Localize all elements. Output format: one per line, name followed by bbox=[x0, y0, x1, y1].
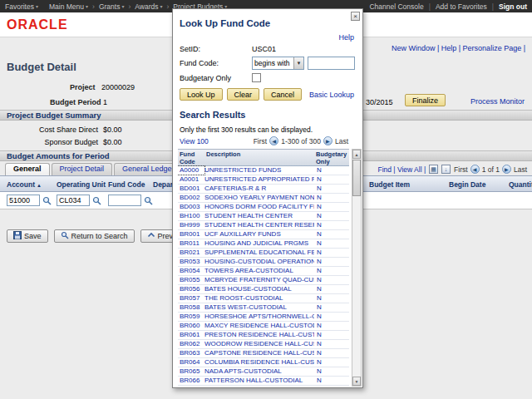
budgetary-only-link[interactable]: N bbox=[314, 358, 349, 367]
column-fund-code[interactable]: Fund Code bbox=[108, 180, 145, 189]
tab-project-detail[interactable]: Project Detail bbox=[52, 163, 113, 175]
fund-code-link[interactable]: BR058 bbox=[178, 303, 204, 312]
fund-code-link[interactable]: BR057 bbox=[178, 294, 204, 303]
fund-code-link[interactable]: BR059 bbox=[178, 313, 204, 321]
budgetary-only-link[interactable]: N bbox=[314, 239, 349, 248]
fund-code-link[interactable]: A0001 bbox=[178, 175, 204, 184]
description-link[interactable]: UNRESTRICTED FUNDS bbox=[204, 166, 314, 175]
fund-code-link[interactable]: BR064 bbox=[178, 358, 204, 367]
fund-code-link[interactable]: BR056 bbox=[178, 285, 204, 293]
operating-unit-lookup-icon[interactable] bbox=[92, 196, 101, 207]
find-view-all-links[interactable]: Find | View All | bbox=[377, 165, 426, 174]
description-link[interactable]: BATES WEST-CUSTODIAL bbox=[204, 303, 314, 312]
results-scrollbar[interactable]: ▲ ▼ bbox=[352, 149, 362, 387]
return-to-search-button[interactable]: Return to Search bbox=[54, 229, 135, 243]
description-link[interactable]: WOODROW RESIDENCE HALL-CUSTODI bbox=[204, 340, 314, 348]
budgetary-only-link[interactable]: N bbox=[314, 331, 349, 339]
clear-button[interactable]: Clear bbox=[227, 88, 260, 101]
description-link[interactable]: HONORS DORM FOOD FACILITY FEE bbox=[204, 203, 314, 211]
column-description[interactable]: Description bbox=[204, 150, 314, 165]
fund-code-link[interactable]: BR011 bbox=[178, 239, 204, 248]
column-budget-item[interactable]: Budget Item bbox=[369, 180, 410, 189]
description-link[interactable]: BATES HOUSE-CUSTODIAL bbox=[204, 285, 314, 293]
fund-code-link[interactable]: BR061 bbox=[178, 331, 204, 339]
description-link[interactable]: STUDENT HEALTH CENTER bbox=[204, 212, 314, 220]
description-link[interactable]: HORSESHOE APTS/THORNWELL-CUSTO bbox=[204, 313, 314, 321]
save-button[interactable]: Save bbox=[7, 229, 48, 243]
fund-code-link[interactable]: BR053 bbox=[178, 258, 204, 266]
description-link[interactable]: CAFETERIAS-R & R bbox=[204, 185, 314, 193]
description-link[interactable]: THE ROOST-CUSTODIAL bbox=[204, 294, 314, 303]
menu-grants[interactable]: Grants ▾ bbox=[99, 2, 125, 11]
budgetary-only-link[interactable]: N bbox=[314, 349, 349, 357]
description-link[interactable]: MCBRYDE FRATERNITY QUAD-CUSTOD bbox=[204, 276, 314, 284]
link-sign-out[interactable]: Sign out bbox=[499, 2, 527, 11]
budgetary-only-link[interactable]: N bbox=[314, 285, 349, 293]
description-link[interactable]: UNRESTRICTED APPROPRIATED FUND bbox=[204, 175, 314, 184]
account-lookup-icon[interactable] bbox=[42, 196, 52, 207]
scroll-down-icon[interactable]: ▼ bbox=[352, 377, 361, 386]
budgetary-only-link[interactable]: N bbox=[314, 322, 349, 330]
basic-lookup-link[interactable]: Basic Lookup bbox=[309, 91, 354, 99]
fund-code-link[interactable]: BR063 bbox=[178, 349, 204, 357]
budgetary-only-link[interactable]: N bbox=[314, 203, 349, 211]
view-100-link[interactable]: View 100 bbox=[180, 137, 209, 145]
prev-page-icon[interactable]: ◀ bbox=[269, 136, 278, 145]
next-page-icon[interactable]: ▶ bbox=[323, 136, 332, 145]
fund-code-lookup-icon[interactable] bbox=[144, 196, 153, 207]
close-icon[interactable]: × bbox=[351, 12, 360, 21]
help-link[interactable]: Help bbox=[338, 33, 354, 42]
grid-icon[interactable]: ▦ bbox=[429, 165, 438, 174]
download-icon[interactable]: ↓ bbox=[441, 165, 451, 174]
column-quantity[interactable]: Quantity bbox=[509, 180, 532, 189]
budgetary-only-link[interactable]: N bbox=[314, 367, 349, 376]
description-link[interactable]: HOUSING AND JUDICIAL PRGMS bbox=[204, 239, 314, 248]
fund-code-input[interactable] bbox=[108, 195, 141, 206]
budgetary-only-checkbox[interactable] bbox=[252, 73, 261, 82]
fund-code-link[interactable]: BH999 bbox=[178, 221, 204, 229]
budgetary-only-link[interactable]: N bbox=[314, 221, 349, 229]
description-link[interactable]: PRESTON RESIDENCE HALL-CUSTODI bbox=[204, 331, 314, 339]
column-begin-date[interactable]: Begin Date bbox=[449, 180, 485, 189]
budgetary-only-link[interactable]: N bbox=[314, 294, 349, 303]
fund-code-link[interactable]: BR001 bbox=[178, 230, 204, 239]
fund-code-link[interactable]: BR055 bbox=[178, 276, 204, 284]
description-link[interactable]: SUPPLEMENTAL EDUCATIONAL FEE bbox=[204, 249, 314, 257]
budgetary-only-link[interactable]: N bbox=[314, 340, 349, 348]
page-utility-links[interactable]: New Window | Help | Personalize Page | bbox=[392, 44, 525, 52]
budgetary-only-link[interactable]: N bbox=[314, 166, 349, 175]
operator-select[interactable]: begins with ▼ bbox=[252, 57, 304, 70]
pager-last-label[interactable]: Last bbox=[514, 165, 527, 174]
finalize-button[interactable]: Finalize bbox=[405, 94, 446, 106]
fund-code-link[interactable]: BD002 bbox=[178, 194, 204, 202]
cancel-button[interactable]: Cancel bbox=[264, 88, 302, 101]
pager-first-label[interactable]: First bbox=[254, 137, 268, 145]
scroll-up-icon[interactable]: ▲ bbox=[352, 150, 361, 159]
link-add-to-favorites[interactable]: Add to Favorites bbox=[436, 2, 487, 11]
fund-code-search-input[interactable] bbox=[308, 57, 355, 70]
account-input[interactable] bbox=[7, 195, 40, 206]
next-page-icon[interactable]: ▶ bbox=[502, 165, 511, 174]
description-link[interactable]: UCF AUXILLARY FUNDS bbox=[204, 230, 314, 239]
fund-code-link[interactable]: BD001 bbox=[178, 185, 204, 193]
description-link[interactable]: STUDENT HEALTH CENTER RESERVE bbox=[204, 221, 314, 229]
description-link[interactable]: NADA APTS-CUSTODIAL bbox=[204, 367, 314, 376]
tab-general[interactable]: General bbox=[5, 163, 50, 175]
fund-code-link[interactable]: BR021 bbox=[178, 249, 204, 257]
fund-code-link[interactable]: BH100 bbox=[178, 212, 204, 220]
budgetary-only-link[interactable]: N bbox=[314, 194, 349, 202]
fund-code-link[interactable]: BD003 bbox=[178, 203, 204, 211]
prev-page-icon[interactable]: ◀ bbox=[470, 165, 480, 174]
description-link[interactable]: HOUSING-CUSTODIAL OPERATIONS bbox=[204, 258, 314, 266]
budgetary-only-link[interactable]: N bbox=[314, 267, 349, 275]
link-channel-console[interactable]: Channel Console bbox=[369, 2, 423, 11]
budgetary-only-link[interactable]: N bbox=[314, 212, 349, 220]
menu-awards[interactable]: Awards ▾ bbox=[135, 2, 162, 11]
description-link[interactable]: SODEXHO YEARLY PAYMENT NONCAPI bbox=[204, 194, 314, 202]
description-link[interactable]: PATTERSON HALL-CUSTODIAL bbox=[204, 377, 314, 385]
budgetary-only-link[interactable]: N bbox=[314, 175, 349, 184]
look-up-button[interactable]: Look Up bbox=[180, 88, 223, 101]
budgetary-only-link[interactable]: N bbox=[314, 230, 349, 239]
budgetary-only-link[interactable]: N bbox=[314, 258, 349, 266]
budgetary-only-link[interactable]: N bbox=[314, 313, 349, 321]
